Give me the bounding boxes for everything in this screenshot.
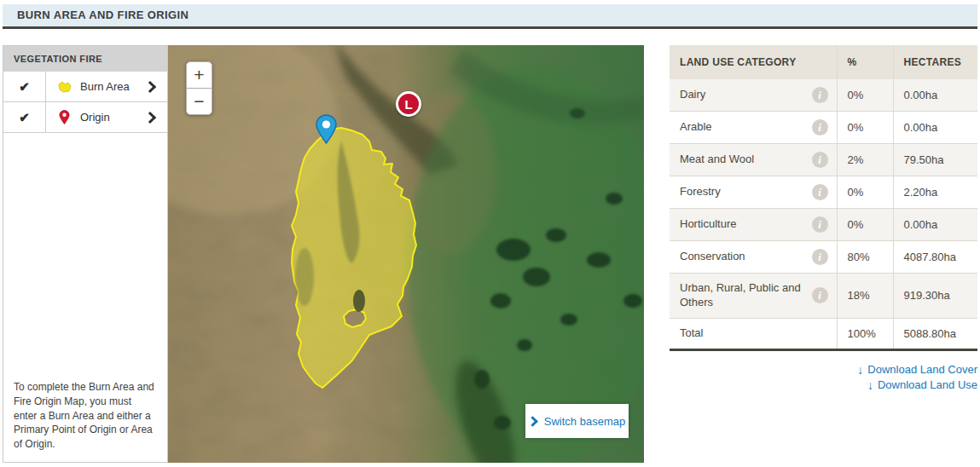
percent-value: 0% (837, 209, 893, 241)
info-icon[interactable]: i (812, 152, 828, 168)
origin-marker-label: L (404, 97, 412, 112)
check-icon: ✔ (19, 110, 30, 125)
chevron-right-icon[interactable] (144, 80, 156, 92)
percent-value: 80% (837, 241, 893, 274)
origin-visibility-checkbox[interactable]: ✔ (3, 102, 46, 132)
table-row: Dairy i 0% 0.00ha (670, 79, 977, 112)
info-icon[interactable]: i (812, 184, 828, 200)
hectares-value: 0.00ha (893, 209, 977, 241)
hectares-value: 4087.80ha (893, 241, 977, 274)
total-label: Total (680, 326, 703, 341)
map-zoom-control: + − (186, 61, 212, 115)
percent-value: 18% (837, 274, 893, 319)
category-label: Meat and Wool (680, 153, 754, 167)
column-header-percent: % (837, 45, 893, 79)
legend-help-text: To complete the Burn Area and Fire Origi… (3, 373, 167, 462)
legend-item-label: Origin (80, 111, 137, 124)
download-arrow-icon: ↓ (857, 362, 863, 378)
land-use-table: LAND USE CATEGORY % HECTARES Dairy i 0% … (670, 45, 977, 351)
zoom-out-button[interactable]: − (187, 88, 212, 114)
download-links: ↓ Download Land Cover ↓ Download Land Us… (670, 362, 977, 393)
hectares-value: 919.30ha (893, 274, 977, 319)
chevron-right-icon[interactable] (144, 111, 156, 123)
table-total-row: Total 100% 5088.80ha (670, 318, 977, 349)
zoom-in-button[interactable]: + (187, 62, 212, 88)
hectares-value: 2.20ha (893, 176, 977, 209)
download-link-label: Download Land Use (878, 378, 977, 393)
map-canvas[interactable]: + − L Switch basemap (168, 45, 644, 463)
category-label: Forestry (680, 185, 721, 199)
category-label: Conservation (680, 250, 745, 264)
info-icon[interactable]: i (812, 216, 828, 233)
download-link-label: Download Land Cover (867, 362, 977, 378)
burn-area-visibility-checkbox[interactable]: ✔ (3, 72, 46, 101)
category-label: Horticulture (680, 217, 736, 232)
legend-row-origin: ✔ Origin (3, 102, 167, 133)
hectares-value: 0.00ha (893, 112, 977, 144)
vegetation-fire-panel: VEGETATION FIRE ✔ Burn Area ✔ (3, 45, 168, 463)
legend-row-burn-area: ✔ Burn Area (3, 72, 167, 102)
total-hectares-value: 5088.80ha (893, 318, 977, 349)
page-title: BURN AREA AND FIRE ORIGIN (3, 4, 977, 29)
legend-item-burn-area[interactable]: Burn Area (46, 72, 167, 101)
table-row: Meat and Wool i 2% 79.50ha (670, 144, 977, 176)
download-land-cover-link[interactable]: ↓ Download Land Cover (857, 362, 977, 378)
legend-item-origin[interactable]: Origin (46, 102, 167, 132)
table-row: Conservation i 80% 4087.80ha (670, 241, 977, 274)
legend-panel-title: VEGETATION FIRE (3, 46, 167, 72)
info-icon[interactable]: i (812, 249, 828, 265)
content-area: VEGETATION FIRE ✔ Burn Area ✔ (3, 45, 977, 463)
download-land-use-link[interactable]: ↓ Download Land Use (867, 378, 977, 393)
column-header-category: LAND USE CATEGORY (670, 45, 837, 79)
percent-value: 0% (837, 112, 893, 144)
switch-basemap-button[interactable]: Switch basemap (525, 404, 629, 438)
burn-area-pin-marker[interactable] (316, 114, 337, 144)
category-label: Arable (680, 120, 712, 135)
hectares-value: 0.00ha (893, 79, 977, 112)
category-label: Dairy (680, 88, 705, 102)
info-icon[interactable]: i (812, 287, 828, 303)
legend-item-label: Burn Area (80, 80, 137, 93)
table-header-row: LAND USE CATEGORY % HECTARES (670, 45, 977, 79)
switch-basemap-label: Switch basemap (544, 415, 625, 428)
percent-value: 0% (837, 79, 893, 112)
burn-area-polygon-icon (56, 79, 72, 95)
total-percent-value: 100% (837, 318, 893, 349)
category-label: Urban, Rural, Public and Others (680, 281, 807, 310)
chevron-right-icon (527, 416, 538, 427)
table-row: Arable i 0% 0.00ha (670, 112, 977, 144)
origin-pin-icon (56, 110, 72, 125)
hectares-value: 79.50ha (893, 144, 977, 176)
page: BURN AREA AND FIRE ORIGIN VEGETATION FIR… (0, 0, 980, 463)
land-use-panel: LAND USE CATEGORY % HECTARES Dairy i 0% … (670, 45, 977, 463)
percent-value: 2% (837, 144, 893, 176)
percent-value: 0% (837, 176, 893, 209)
table-row: Urban, Rural, Public and Others i 18% 91… (670, 274, 977, 319)
check-icon: ✔ (19, 79, 30, 95)
download-arrow-icon: ↓ (867, 378, 873, 393)
table-row: Horticulture i 0% 0.00ha (670, 209, 977, 241)
column-header-hectares: HECTARES (893, 45, 977, 79)
info-icon[interactable]: i (812, 87, 828, 103)
table-row: Forestry i 0% 2.20ha (670, 176, 977, 209)
info-icon[interactable]: i (812, 119, 828, 135)
origin-location-marker[interactable]: L (396, 91, 421, 117)
